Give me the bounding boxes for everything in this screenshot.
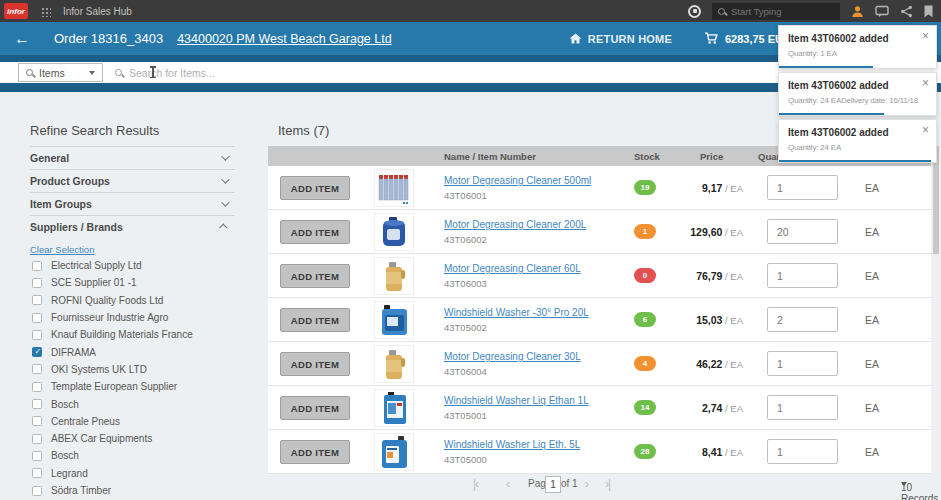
add-item-button[interactable]: ADD ITEM — [280, 352, 350, 376]
quantity-input[interactable] — [767, 439, 838, 464]
supplier-checkbox-row[interactable]: Bosch — [32, 395, 252, 412]
search-icon — [26, 69, 33, 76]
page-number-input[interactable] — [545, 476, 561, 493]
quantity-input[interactable] — [767, 395, 838, 420]
supplier-checkbox-row[interactable]: ABEX Car Equipments — [32, 430, 252, 447]
supplier-label: Electrical Supply Ltd — [51, 260, 142, 271]
search-icon — [115, 69, 122, 76]
add-item-button[interactable]: ADD ITEM — [280, 440, 350, 464]
table-row: ADD ITEM Motor Degreasing Cleaner 30L 43… — [268, 342, 931, 386]
home-icon — [569, 33, 582, 44]
close-icon[interactable]: × — [922, 124, 929, 136]
checkbox[interactable] — [32, 434, 42, 444]
supplier-checkbox-row[interactable]: Electrical Supply Ltd — [32, 257, 252, 274]
accordion-section-item-groups[interactable]: Item Groups — [30, 192, 235, 215]
global-search-input[interactable] — [731, 6, 821, 17]
supplier-checkbox-row[interactable]: ROFNI Quality Foods Ltd — [32, 292, 252, 309]
first-page-button[interactable]: |‹ — [473, 478, 478, 490]
supplier-checkbox-row[interactable]: Legrand — [32, 465, 252, 482]
item-name-link[interactable]: Windshield Washer Liq Eth. 5L — [444, 439, 580, 450]
item-name-link[interactable]: Motor Degreasing Cleaner 30L — [444, 351, 581, 362]
product-image — [374, 345, 414, 383]
checkbox[interactable] — [32, 468, 42, 478]
app-launcher-icon[interactable] — [40, 6, 51, 17]
item-price: 9,17 / EA — [660, 182, 743, 194]
quantity-input[interactable] — [767, 175, 838, 200]
search-scope-label: Items — [39, 67, 65, 79]
bookmark-icon[interactable] — [924, 5, 933, 18]
supplier-checkbox-row[interactable]: OKI Systems UK LTD — [32, 361, 252, 378]
quantity-input[interactable] — [767, 263, 838, 288]
toast-title: Item 43T06002 added — [788, 127, 927, 138]
checkbox[interactable] — [32, 416, 42, 426]
close-icon[interactable]: × — [922, 30, 929, 42]
next-page-button[interactable]: › — [585, 478, 588, 490]
add-item-button[interactable]: ADD ITEM — [280, 176, 350, 200]
quantity-input[interactable] — [767, 351, 838, 376]
scrollbar[interactable] — [933, 146, 939, 472]
supplier-checkbox-row[interactable]: Bosch — [32, 447, 252, 464]
customer-link[interactable]: 43400020 PM West Beach Garage Ltd — [177, 32, 392, 46]
back-arrow-icon[interactable]: ← — [14, 31, 30, 47]
checkbox[interactable] — [32, 347, 42, 357]
checkbox[interactable] — [32, 295, 42, 305]
add-item-button[interactable]: ADD ITEM — [280, 264, 350, 288]
supplier-checkbox-row[interactable]: Centrale Pneus — [32, 413, 252, 430]
item-name-link[interactable]: Motor Degreasing Cleaner 500ml — [444, 175, 591, 186]
item-number: 43T06002 — [444, 234, 586, 245]
close-icon[interactable]: × — [922, 77, 929, 89]
user-icon[interactable] — [851, 5, 864, 18]
checkbox[interactable] — [32, 278, 42, 288]
supplier-checkbox-row[interactable]: DIFRAMA — [32, 343, 252, 360]
checkbox[interactable] — [32, 486, 42, 496]
supplier-label: Centrale Pneus — [51, 416, 120, 427]
accordion-section-general[interactable]: General — [30, 146, 235, 169]
checkbox[interactable] — [32, 330, 42, 340]
supplier-checkbox-row[interactable]: Södra Timber — [32, 482, 252, 499]
item-name-link[interactable]: Windshield Washer Liq Ethan 1L — [444, 395, 589, 406]
supplier-label: Legrand — [51, 468, 88, 479]
add-item-button[interactable]: ADD ITEM — [280, 220, 350, 244]
search-scope-dropdown[interactable]: Items — [18, 63, 103, 82]
last-page-button[interactable]: ›| — [605, 478, 610, 490]
quantity-input[interactable] — [767, 219, 838, 244]
clear-selection-link[interactable]: Clear Selection — [30, 244, 94, 255]
return-home-button[interactable]: RETURN HOME — [569, 33, 672, 45]
checkbox[interactable] — [32, 451, 42, 461]
global-search[interactable] — [712, 3, 840, 20]
item-name-link[interactable]: Motor Degreasing Cleaner 200L — [444, 219, 586, 230]
checkbox[interactable] — [32, 399, 42, 409]
item-name-link[interactable]: Motor Degreasing Cleaner 60L — [444, 263, 581, 274]
quantity-input[interactable] — [767, 307, 838, 332]
supplier-checkbox-row[interactable]: Fournisseur Industrie Agro — [32, 309, 252, 326]
unit-label: EA — [865, 358, 879, 370]
accordion-section-product-groups[interactable]: Product Groups — [30, 169, 235, 192]
item-search-input[interactable] — [129, 67, 529, 79]
toast-body: Quantity: 1 EA — [788, 49, 927, 58]
checkbox[interactable] — [32, 382, 42, 392]
supplier-checkbox-row[interactable]: SCE Supplier 01 -1 — [32, 274, 252, 291]
unit-label: EA — [865, 226, 879, 238]
chat-icon[interactable] — [875, 5, 889, 18]
circle-square-icon[interactable] — [688, 5, 701, 18]
add-item-button[interactable]: ADD ITEM — [280, 396, 350, 420]
items-count-title: Items (7) — [278, 123, 329, 138]
cart-icon — [704, 32, 719, 45]
infor-logo: infor — [4, 3, 28, 19]
share-icon[interactable] — [900, 5, 913, 18]
accordion-section-suppliers-brands[interactable]: Suppliers / Brands — [30, 215, 235, 238]
supplier-checkbox-row[interactable]: Knauf Building Materials France — [32, 326, 252, 343]
checkbox[interactable] — [32, 364, 42, 374]
checkbox[interactable] — [32, 313, 42, 323]
toast-title: Item 43T06002 added — [788, 80, 927, 91]
supplier-checkbox-row[interactable]: Template European Supplier — [32, 378, 252, 395]
unit-label: EA — [865, 270, 879, 282]
toast-progress-bar — [779, 113, 884, 115]
add-item-button[interactable]: ADD ITEM — [280, 308, 350, 332]
supplier-filter-list: Electrical Supply Ltd SCE Supplier 01 -1… — [32, 257, 252, 500]
checkbox[interactable] — [32, 261, 42, 271]
chevron-down-icon — [89, 71, 95, 75]
prev-page-button[interactable]: ‹ — [506, 478, 509, 490]
stock-badge: 19 — [634, 180, 656, 195]
item-name-link[interactable]: Windshield Washer -30° Pro 20L — [444, 307, 589, 318]
